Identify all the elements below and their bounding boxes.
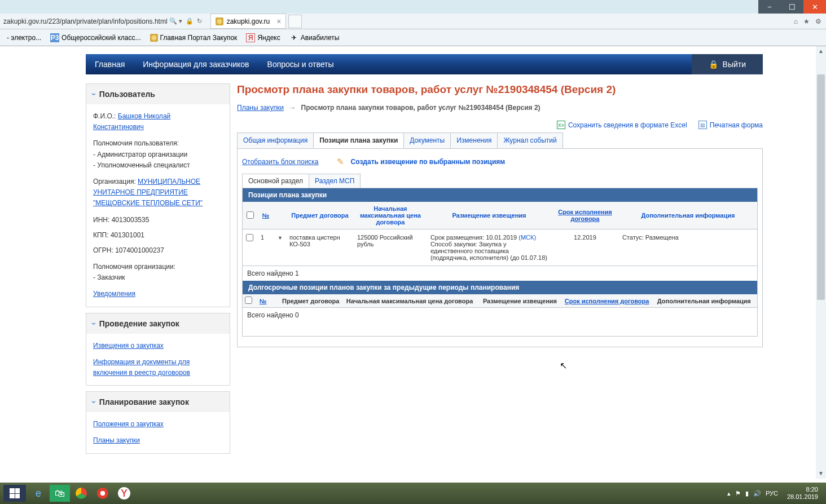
create-notice-link[interactable]: Создать извещение по выбранным позициям xyxy=(351,158,506,166)
th2-num[interactable]: № xyxy=(257,294,280,308)
th-placement: Размещение извещения xyxy=(427,202,551,229)
start-button[interactable] xyxy=(3,485,26,502)
window-minimize-button[interactable]: − xyxy=(758,0,781,14)
lock-icon: 🔒 xyxy=(186,17,194,25)
bookmark-item[interactable]: P3Общероссийский класс... xyxy=(48,32,143,43)
panel-header-planning[interactable]: Планирование закупок xyxy=(86,392,230,412)
pencil-icon: ✎ xyxy=(337,157,344,167)
checkbox-select-all-2[interactable] xyxy=(245,297,252,304)
bookmark-item[interactable]: Главная Портал Закупок xyxy=(148,33,240,43)
tabs-main: Общая информация Позиции плана закупки Д… xyxy=(237,132,763,149)
refresh-icon[interactable]: ↻ xyxy=(197,17,202,25)
print-form-link[interactable]: ▤ Печатная форма xyxy=(698,121,763,129)
link-provisions[interactable]: Положения о закупках xyxy=(93,420,164,428)
browser-tab[interactable]: zakupki.gov.ru × xyxy=(210,14,287,29)
dropdown-arrow-icon[interactable]: ▼ xyxy=(278,235,283,241)
cell-status: Статус: Размещена xyxy=(619,229,757,266)
bookmark-item[interactable]: - электро... xyxy=(5,33,43,43)
task-opera-icon[interactable] xyxy=(93,485,113,502)
breadcrumb-root[interactable]: Планы закупки xyxy=(237,104,284,112)
task-ie-icon[interactable]: e xyxy=(28,485,49,502)
checkbox-select-all[interactable] xyxy=(247,211,254,219)
breadcrumb: Планы закупки → Просмотр плана закупки т… xyxy=(237,104,763,112)
task-chrome-icon[interactable] xyxy=(71,485,91,502)
tray-network-icon[interactable]: ▮ xyxy=(745,490,749,497)
favicon-icon xyxy=(216,17,223,25)
tray-sound-icon[interactable]: 🔊 xyxy=(753,490,761,497)
cell-term: 12.2019 xyxy=(551,229,619,266)
nav-logout[interactable]: 🔒 Выйти xyxy=(692,54,763,74)
tray-clock[interactable]: 8:20 28.01.2019 xyxy=(787,486,818,501)
cursor-icon: ↖ xyxy=(560,360,567,371)
th-subject: Предмет договора xyxy=(286,202,354,229)
search-icon[interactable]: 🔍 ▾ xyxy=(169,17,182,25)
gear-icon[interactable]: ⚙ xyxy=(815,17,821,25)
tray-up-icon[interactable]: ▴ xyxy=(727,490,731,497)
window-close-button[interactable]: ✕ xyxy=(803,0,826,14)
tab-event-log[interactable]: Журнал событий xyxy=(497,132,563,148)
tab-close-button[interactable]: × xyxy=(276,17,281,26)
content-area: Просмотр плана закупки товаров, работ ус… xyxy=(237,83,763,459)
tabs-sub: Основной раздел Раздел МСП xyxy=(242,174,758,188)
tray-lang[interactable]: РУС xyxy=(766,490,778,497)
sidebar: Пользователь Ф.И.О.: Башков Николай Конс… xyxy=(86,83,230,459)
page-viewport: Главная Информация для заказчиков Вопрос… xyxy=(0,46,826,479)
panel-header-user[interactable]: Пользователь xyxy=(86,84,230,104)
bookmark-item[interactable]: ✈Авиабилеты xyxy=(287,32,342,43)
th2-subject: Предмет договора xyxy=(280,294,344,308)
panel-header-purchase[interactable]: Проведение закупок xyxy=(86,313,230,334)
th-extra: Дополнительная информация xyxy=(619,202,757,229)
perm-org-1: - Заказчик xyxy=(93,272,223,283)
link-contract-registry[interactable]: Информация и документы для включения в р… xyxy=(93,358,190,377)
sidebar-panel-purchase: Проведение закупок Извещения о закупках … xyxy=(86,313,230,386)
tab-msp-section[interactable]: Раздел МСП xyxy=(309,174,361,188)
table-row: 1 ▼ поставка цистерн КО-503 125000 Росси… xyxy=(243,229,757,266)
windows-icon xyxy=(10,488,20,498)
tab-general-info[interactable]: Общая информация xyxy=(237,132,314,148)
window-maximize-button[interactable]: ☐ xyxy=(781,0,803,14)
th-num[interactable]: № xyxy=(257,202,274,229)
tab-changes[interactable]: Изменения xyxy=(450,132,498,148)
tab-main-section[interactable]: Основной раздел xyxy=(242,174,309,188)
th-term[interactable]: Срок исполнения договора xyxy=(551,202,619,229)
kpp-value: КПП: 401301001 xyxy=(93,230,223,241)
checkbox-row[interactable] xyxy=(246,234,253,241)
url-text[interactable]: zakupki.gov.ru/223/plan/private/plan/inf… xyxy=(3,17,168,25)
link-notices[interactable]: Извещения о закупках xyxy=(93,342,164,350)
bookmark-item[interactable]: ЯЯндекс xyxy=(244,32,282,43)
tab-documents[interactable]: Документы xyxy=(403,132,451,148)
window-titlebar: − ☐ ✕ xyxy=(0,0,826,14)
cell-num: 1 xyxy=(257,229,274,266)
notifications-link[interactable]: Уведомления xyxy=(93,290,135,298)
sidebar-panel-planning: Планирование закупок Положения о закупка… xyxy=(86,391,230,453)
new-tab-button[interactable] xyxy=(288,15,302,28)
nav-info[interactable]: Информация для заказчиков xyxy=(134,60,258,69)
task-store-icon[interactable]: 🛍 xyxy=(50,485,70,502)
star-icon[interactable]: ★ xyxy=(803,17,810,25)
perm-user-1: - Администратор организации xyxy=(93,149,223,160)
document-icon: ▤ xyxy=(698,121,707,129)
group-header-longterm: Долгосрочные позиции планов закупки за п… xyxy=(243,281,757,294)
scroll-up-button[interactable]: ▲ xyxy=(816,46,826,56)
save-excel-link[interactable]: X≡ Сохранить сведения в формате Excel xyxy=(557,121,687,129)
scroll-down-button[interactable]: ▼ xyxy=(816,468,826,479)
org-label: Организация: xyxy=(93,178,136,185)
group-header-positions: Позиции плана закупки xyxy=(243,188,757,202)
tab-positions[interactable]: Позиции плана закупки xyxy=(313,132,404,148)
tray-flag-icon[interactable]: ⚑ xyxy=(735,490,741,497)
th2-term[interactable]: Срок исполнения договора xyxy=(563,294,655,308)
perm-user-label: Полномочия пользователя: xyxy=(93,138,223,149)
show-search-link[interactable]: Отобразить блок поиска xyxy=(242,158,319,166)
cell-placement: Срок размещения: 10.01.2019 (МСК) Способ… xyxy=(427,229,551,266)
home-icon[interactable]: ⌂ xyxy=(794,17,798,25)
scroll-thumb[interactable] xyxy=(817,74,825,300)
browser-address-bar: zakupki.gov.ru/223/plan/private/plan/inf… xyxy=(0,14,826,29)
cell-subject: поставка цистерн КО-503 xyxy=(286,229,354,266)
nav-home[interactable]: Главная xyxy=(86,60,134,69)
tab-title: zakupki.gov.ru xyxy=(227,17,270,25)
msk-link[interactable]: (МСК) xyxy=(519,234,536,241)
nav-faq[interactable]: Вопросы и ответы xyxy=(258,60,343,69)
vertical-scrollbar[interactable]: ▲ ▼ xyxy=(816,46,826,479)
link-plans[interactable]: Планы закупки xyxy=(93,436,140,444)
task-yandex-icon[interactable]: Y xyxy=(114,485,134,502)
